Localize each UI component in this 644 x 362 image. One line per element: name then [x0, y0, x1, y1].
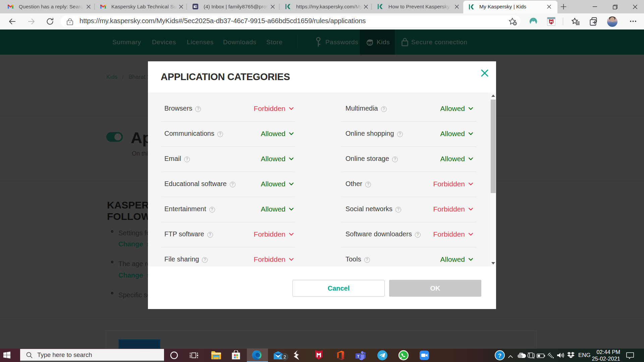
svg-text:T: T — [357, 354, 359, 358]
svg-text:2: 2 — [283, 354, 286, 360]
svg-text:?: ? — [498, 353, 501, 359]
